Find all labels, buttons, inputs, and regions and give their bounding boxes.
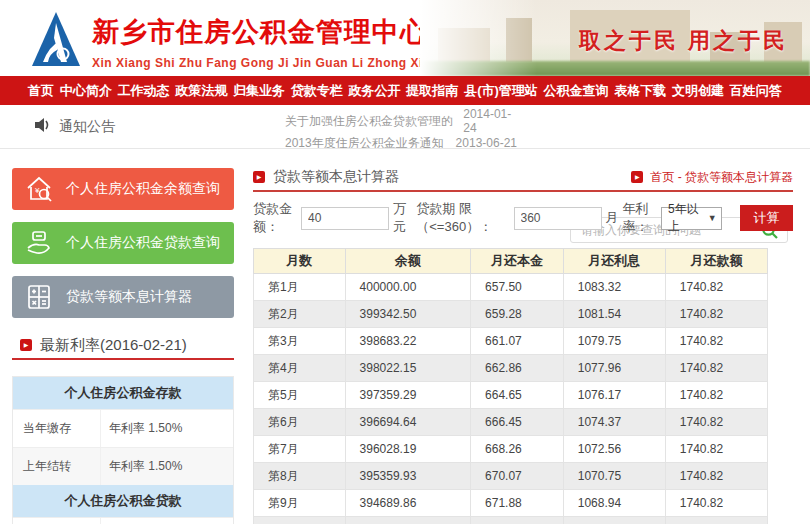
main-navigation: 首页中心简介工作动态政策法规归集业务贷款专栏政务公开提取指南县(市)管理站公积金… — [0, 76, 810, 105]
table-cell: 1070.75 — [563, 463, 665, 490]
red-bullet-icon: ▶ — [20, 339, 32, 351]
calculator-icon — [24, 282, 54, 312]
table-cell: 1079.75 — [563, 328, 665, 355]
notice-label: 通知公告 — [34, 117, 115, 136]
notice-marquee: 关于加强住房公积金贷款管理的通知2014-01-242013年度住房公积金业务通… — [285, 105, 517, 148]
table-row: 第7月396028.19668.261072.561740.82 — [254, 436, 768, 463]
sidebar-button-label: 个人住房公积金余额查询 — [66, 180, 220, 198]
table-cell: 1740.82 — [665, 436, 767, 463]
page-content: ¥个人住房公积金余额查询个人住房公积金贷款查询贷款等额本息计算器 ▶ 最新利率(… — [0, 149, 810, 524]
table-cell: 664.65 — [471, 382, 564, 409]
notice-date: 2014-01-24 — [463, 107, 517, 135]
sidebar: ¥个人住房公积金余额查询个人住房公积金贷款查询贷款等额本息计算器 ▶ 最新利率(… — [12, 149, 234, 524]
nav-item-1[interactable]: 首页 — [28, 82, 54, 100]
table-cell: 第5月 — [254, 382, 346, 409]
table-cell: 第7月 — [254, 436, 346, 463]
table-cell: 1740.82 — [665, 490, 767, 517]
table-cell: 1077.96 — [563, 355, 665, 382]
table-cell: 398022.15 — [345, 355, 470, 382]
notice-item: 关于加强住房公积金贷款管理的通知2014-01-24 — [285, 110, 517, 132]
sidebar-button-3[interactable]: 贷款等额本息计算器 — [12, 276, 234, 318]
rate-label: 年利率： — [623, 200, 661, 236]
calculate-button[interactable]: 计算 — [740, 205, 793, 231]
table-cell: 659.28 — [471, 301, 564, 328]
notice-link[interactable]: 关于加强住房公积金贷款管理的通知 — [285, 113, 453, 130]
table-cell: 1740.82 — [665, 355, 767, 382]
table-row: 第2月399342.50659.281081.541740.82 — [254, 301, 768, 328]
breadcrumb[interactable]: ▶ 首页 - 贷款等额本息计算器 — [631, 169, 793, 186]
table-cell: 1740.82 — [665, 274, 767, 301]
latest-rates-title: 最新利率(2016-02-21) — [40, 336, 187, 355]
table-cell: 1068.94 — [563, 490, 665, 517]
table-row: 第3月398683.22661.071079.751740.82 — [254, 328, 768, 355]
table-cell — [471, 517, 564, 524]
loan-amount-input[interactable] — [301, 207, 389, 230]
speaker-icon — [34, 117, 52, 136]
loan-term-input[interactable] — [514, 207, 602, 230]
table-header-cell: 月数 — [254, 249, 346, 274]
rate-section-header: 个人住房公积金贷款 — [13, 485, 233, 517]
rate-row: 当年缴存年利率 1.50% — [13, 409, 233, 447]
table-cell: 666.45 — [471, 409, 564, 436]
table-cell: 1081.54 — [563, 301, 665, 328]
main-title-bar: ▶ 贷款等额本息计算器 ▶ 首页 - 贷款等额本息计算器 — [253, 168, 793, 192]
rate-term: 当年缴存 — [13, 410, 101, 447]
table-cell: 400000.00 — [345, 274, 470, 301]
loan-calculator-form: 贷款金额： 万元 贷款期 限（<=360）： 月 年利率： 5年以上 ▼ 计算 — [253, 205, 793, 231]
nav-item-10[interactable]: 公积金查询 — [544, 82, 609, 100]
sidebar-button-1[interactable]: ¥个人住房公积金余额查询 — [12, 168, 234, 210]
table-cell: 394689.86 — [345, 490, 470, 517]
rate-row: 五年以下(含五年)年利率 2.75% 月利率 2.2917‰ — [13, 517, 233, 524]
table-cell: 1083.32 — [563, 274, 665, 301]
rate-value: 年利率 2.75% 月利率 2.2917‰ — [101, 518, 233, 524]
table-cell: 668.26 — [471, 436, 564, 463]
amount-unit: 万元 — [393, 200, 412, 236]
site-logo-icon — [30, 10, 82, 68]
table-header-cell: 月还款额 — [665, 249, 767, 274]
header-banner-image: 取之于民 用之于民 — [420, 0, 810, 76]
rate-value: 年利率 1.50% — [101, 410, 233, 447]
page-title: 贷款等额本息计算器 — [273, 168, 399, 186]
rate-select[interactable]: 5年以上 ▼ — [661, 207, 722, 230]
table-cell: 第8月 — [254, 463, 346, 490]
red-bullet-icon: ▶ — [631, 171, 643, 183]
red-bullet-icon: ▶ — [253, 171, 265, 183]
table-cell: 第9月 — [254, 490, 346, 517]
table-header-cell: 月还本金 — [471, 249, 564, 274]
rate-term: 五年以下(含五年) — [13, 518, 101, 524]
table-cell: 657.50 — [471, 274, 564, 301]
site-header: 新乡市住房公积金管理中心 Xin Xiang Shi Zhu Fang Gong… — [0, 0, 810, 76]
table-cell: 398683.22 — [345, 328, 470, 355]
nav-item-9[interactable]: 县(市)管理站 — [464, 82, 538, 100]
notice-link[interactable]: 2013年度住房公积金业务通知 — [285, 135, 444, 149]
table-header-cell: 月还利息 — [563, 249, 665, 274]
table-row: 第1月400000.00657.501083.321740.82 — [254, 274, 768, 301]
amortization-table: 月数余额月还本金月还利息月还款额 第1月400000.00657.501083.… — [253, 248, 768, 524]
table-row: 第8月395359.93670.071070.751740.82 — [254, 463, 768, 490]
hand-coin-icon — [24, 228, 54, 258]
table-cell: 第1月 — [254, 274, 346, 301]
table-row: 第10月 — [254, 517, 768, 524]
site-title: 新乡市住房公积金管理中心 — [92, 14, 431, 50]
term-unit: 月 — [606, 209, 619, 227]
site-subtitle: Xin Xiang Shi Zhu Fang Gong Ji Jin Guan … — [92, 56, 431, 70]
nav-item-13[interactable]: 百姓问答 — [730, 82, 782, 100]
table-cell: 396694.64 — [345, 409, 470, 436]
term-label: 贷款期 限（<=360）： — [416, 200, 513, 236]
sidebar-button-label: 个人住房公积金贷款查询 — [66, 234, 220, 252]
latest-rates-header: ▶ 最新利率(2016-02-21) — [12, 332, 234, 360]
table-cell — [563, 517, 665, 524]
table-cell — [665, 517, 767, 524]
table-cell: 第6月 — [254, 409, 346, 436]
table-row: 第5月397359.29664.651076.171740.82 — [254, 382, 768, 409]
table-cell: 1740.82 — [665, 409, 767, 436]
sidebar-button-2[interactable]: 个人住房公积金贷款查询 — [12, 222, 234, 264]
table-row: 第4月398022.15662.861077.961740.82 — [254, 355, 768, 382]
table-cell: 397359.29 — [345, 382, 470, 409]
table-cell: 399342.50 — [345, 301, 470, 328]
banner-slogan: 取之于民 用之于民 — [579, 26, 788, 56]
house-search-icon: ¥ — [24, 174, 54, 204]
table-cell: 第2月 — [254, 301, 346, 328]
rate-row: 上年结转年利率 1.50% — [13, 447, 233, 485]
amount-label: 贷款金额： — [253, 200, 301, 236]
